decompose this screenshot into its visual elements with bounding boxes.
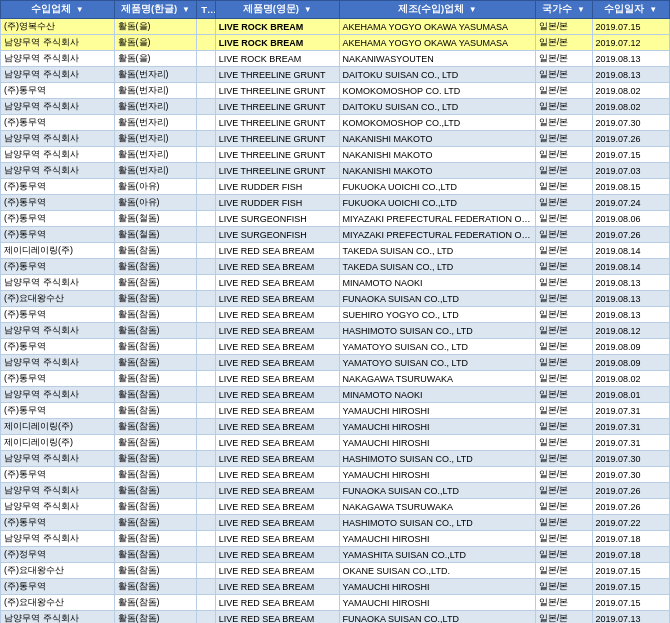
cell-date: 2019.08.14 [592, 243, 669, 259]
header-country[interactable]: 국가수 ▼ [535, 1, 592, 19]
cell-t [197, 163, 216, 179]
cell-english: LIVE RED SEA BREAM [215, 563, 339, 579]
table-row[interactable]: (주)통무역활돔(번자리)LIVE THREELINE GRUNTKOMOKOM… [1, 115, 670, 131]
cell-korean: 활돔(참돔) [114, 595, 197, 611]
header-korean[interactable]: 제품명(한글) ▼ [114, 1, 197, 19]
cell-date: 2019.08.09 [592, 339, 669, 355]
cell-country: 일본/본 [535, 83, 592, 99]
table-row[interactable]: 남양무역 주식회사활돔(참돔)LIVE RED SEA BREAMMINAMOT… [1, 275, 670, 291]
table-row[interactable]: (주)영복수산활돔(을)LIVE ROCK BREAMAKEHAMA YOGYO… [1, 19, 670, 35]
cell-t [197, 467, 216, 483]
table-row[interactable]: (주)통무역활돔(참돔)LIVE RED SEA BREAMYAMATOYO S… [1, 339, 670, 355]
cell-supplier: TAKEDA SUISAN CO., LTD [339, 243, 535, 259]
table-row[interactable]: (주)요대왕수산활돔(참돔)LIVE RED SEA BREAMYAMAUCHI… [1, 595, 670, 611]
cell-country: 일본/본 [535, 99, 592, 115]
table-row[interactable]: (주)통무역활돔(참돔)LIVE RED SEA BREAMTAKEDA SUI… [1, 259, 670, 275]
cell-country: 일본/본 [535, 211, 592, 227]
cell-t [197, 19, 216, 35]
cell-korean: 활돔(참돔) [114, 275, 197, 291]
table-row[interactable]: (주)통무역활돔(참돔)LIVE RED SEA BREAMYAMAUCHI H… [1, 579, 670, 595]
cell-importer: 남양무역 주식회사 [1, 355, 115, 371]
table-row[interactable]: (주)통무역활돔(참돔)LIVE RED SEA BREAMYAMAUCHI H… [1, 467, 670, 483]
table-row[interactable]: 남양무역 주식회사활돔(참돔)LIVE RED SEA BREAMNAKAGAW… [1, 499, 670, 515]
cell-korean: 활돔(참돔) [114, 323, 197, 339]
cell-english: LIVE ROCK BREAM [215, 35, 339, 51]
cell-country: 일본/본 [535, 579, 592, 595]
table-row[interactable]: 남양무역 주식회사활돔(참돔)LIVE RED SEA BREAMYAMATOY… [1, 355, 670, 371]
cell-english: LIVE SURGEONFISH [215, 227, 339, 243]
cell-english: LIVE RED SEA BREAM [215, 499, 339, 515]
table-row[interactable]: (주)정무역활돔(참돔)LIVE RED SEA BREAMYAMASHITA … [1, 547, 670, 563]
table-row[interactable]: (주)통무역활돔(참돔)LIVE RED SEA BREAMSUEHIRO YO… [1, 307, 670, 323]
cell-supplier: HASHIMOTO SUISAN CO., LTD [339, 451, 535, 467]
table-row[interactable]: (주)통무역활돔(참돔)LIVE RED SEA BREAMHASHIMOTO … [1, 515, 670, 531]
cell-date: 2019.08.01 [592, 387, 669, 403]
cell-korean: 활돔(참돔) [114, 547, 197, 563]
table-row[interactable]: (주)통무역활돔(아유)LIVE RUDDER FISHFUKUOKA UOIC… [1, 195, 670, 211]
table-row[interactable]: (주)통무역활돔(참돔)LIVE RED SEA BREAMYAMAUCHI H… [1, 403, 670, 419]
header-t[interactable]: T ▼ [197, 1, 216, 19]
cell-supplier: YAMAUCHI HIROSHI [339, 403, 535, 419]
cell-korean: 활돔(철돔) [114, 227, 197, 243]
table-row[interactable]: 남양무역 주식회사활돔(을)LIVE ROCK BREAMNAKANIWASYO… [1, 51, 670, 67]
cell-korean: 활돔(참돔) [114, 563, 197, 579]
table-row[interactable]: 남양무역 주식회사활돔(참돔)LIVE RED SEA BREAMHASHIMO… [1, 451, 670, 467]
table-row[interactable]: 제이디레이링(주)활돔(참돔)LIVE RED SEA BREAMTAKEDA … [1, 243, 670, 259]
cell-supplier: YAMAUCHI HIROSHI [339, 435, 535, 451]
table-row[interactable]: (주)요대왕수산활돔(참돔)LIVE RED SEA BREAMOKANE SU… [1, 563, 670, 579]
table-row[interactable]: 남양무역 주식회사활돔(참돔)LIVE RED SEA BREAMMINAMOT… [1, 387, 670, 403]
cell-korean: 활돔(을) [114, 19, 197, 35]
cell-date: 2019.07.24 [592, 195, 669, 211]
cell-korean: 활돔(참돔) [114, 419, 197, 435]
cell-supplier: YAMAUCHI HIROSHI [339, 579, 535, 595]
table-row[interactable]: (주)통무역활돔(참돔)LIVE RED SEA BREAMNAKAGAWA T… [1, 371, 670, 387]
table-row[interactable]: 남양무역 주식회사활돔(을)LIVE ROCK BREAMAKEHAMA YOG… [1, 35, 670, 51]
header-importer[interactable]: 수입업체 ▼ [1, 1, 115, 19]
table-header-row: 수입업체 ▼ 제품명(한글) ▼ T ▼ 제품명(영문) ▼ 제조(수입)업체 [1, 1, 670, 19]
table-row[interactable]: 남양무역 주식회사활돔(번자리)LIVE THREELINE GRUNTDAIT… [1, 99, 670, 115]
table-row[interactable]: 남양무역 주식회사활돔(참돔)LIVE RED SEA BREAMYAMAUCH… [1, 531, 670, 547]
cell-korean: 활돔(철돔) [114, 211, 197, 227]
cell-country: 일본/본 [535, 451, 592, 467]
cell-importer: (주)통무역 [1, 403, 115, 419]
cell-importer: (주)통무역 [1, 195, 115, 211]
table-row[interactable]: 남양무역 주식회사활돔(번자리)LIVE THREELINE GRUNTNAKA… [1, 163, 670, 179]
cell-date: 2019.08.13 [592, 51, 669, 67]
cell-korean: 활돔(아유) [114, 179, 197, 195]
cell-country: 일본/본 [535, 19, 592, 35]
table-row[interactable]: 남양무역 주식회사활돔(번자리)LIVE THREELINE GRUNTNAKA… [1, 147, 670, 163]
cell-korean: 활돔(참돔) [114, 355, 197, 371]
table-row[interactable]: (주)요대왕수산활돔(참돔)LIVE RED SEA BREAMFUNAOKA … [1, 291, 670, 307]
cell-country: 일본/본 [535, 307, 592, 323]
cell-importer: (주)통무역 [1, 371, 115, 387]
cell-supplier: FUKUOKA UOICHI CO.,LTD [339, 195, 535, 211]
cell-korean: 활돔(참돔) [114, 499, 197, 515]
cell-english: LIVE RED SEA BREAM [215, 595, 339, 611]
table-row[interactable]: 남양무역 주식회사활돔(참돔)LIVE RED SEA BREAMFUNAOKA… [1, 611, 670, 624]
table-row[interactable]: 남양무역 주식회사활돔(번자리)LIVE THREELINE GRUNTNAKA… [1, 131, 670, 147]
cell-importer: 제이디레이링(주) [1, 419, 115, 435]
cell-supplier: NAKAGAWA TSURUWAKA [339, 499, 535, 515]
table-row[interactable]: (주)통무역활돔(번자리)LIVE THREELINE GRUNTKOMOKOM… [1, 83, 670, 99]
table-row[interactable]: 남양무역 주식회사활돔(참돔)LIVE RED SEA BREAMFUNAOKA… [1, 483, 670, 499]
table-row[interactable]: 제이디레이링(주)활돔(참돔)LIVE RED SEA BREAMYAMAUCH… [1, 435, 670, 451]
cell-korean: 활돔(참돔) [114, 291, 197, 307]
cell-importer: (주)영복수산 [1, 19, 115, 35]
table-row[interactable]: 남양무역 주식회사활돔(참돔)LIVE RED SEA BREAMHASHIMO… [1, 323, 670, 339]
table-row[interactable]: 제이디레이링(주)활돔(참돔)LIVE RED SEA BREAMYAMAUCH… [1, 419, 670, 435]
cell-importer: (주)통무역 [1, 115, 115, 131]
cell-english: LIVE RED SEA BREAM [215, 483, 339, 499]
cell-importer: (주)통무역 [1, 467, 115, 483]
cell-country: 일본/본 [535, 243, 592, 259]
table-row[interactable]: (주)통무역활돔(아유)LIVE RUDDER FISHFUKUOKA UOIC… [1, 179, 670, 195]
header-english[interactable]: 제품명(영문) ▼ [215, 1, 339, 19]
cell-t [197, 531, 216, 547]
header-date[interactable]: 수입일자 ▼ [592, 1, 669, 19]
cell-english: LIVE THREELINE GRUNT [215, 115, 339, 131]
table-row[interactable]: (주)통무역활돔(철돔)LIVE SURGEONFISHMIYAZAKI PRE… [1, 227, 670, 243]
cell-country: 일본/본 [535, 499, 592, 515]
table-row[interactable]: 남양무역 주식회사활돔(번자리)LIVE THREELINE GRUNTDAIT… [1, 67, 670, 83]
header-supplier[interactable]: 제조(수입)업체 ▼ [339, 1, 535, 19]
table-row[interactable]: (주)통무역활돔(철돔)LIVE SURGEONFISHMIYAZAKI PRE… [1, 211, 670, 227]
cell-date: 2019.08.15 [592, 179, 669, 195]
